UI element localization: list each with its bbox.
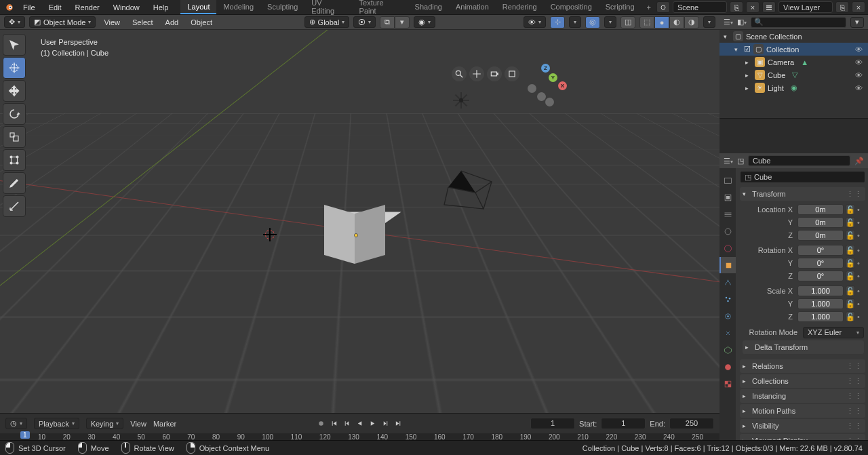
- panel-viewport-display[interactable]: ▸Viewport Display⋮⋮: [740, 434, 865, 440]
- interaction-mode-dropdown[interactable]: ◩ Object Mode ▾: [29, 16, 96, 28]
- proptab-modifiers[interactable]: [719, 274, 736, 290]
- workspace-tab-compositing[interactable]: Compositing: [544, 0, 599, 14]
- lock-rotation-z[interactable]: 🔓: [846, 271, 855, 281]
- orientation-dropdown[interactable]: ⊕ Global ▾: [304, 16, 350, 28]
- proptab-constraints[interactable]: [719, 325, 736, 341]
- timeline-ruler[interactable]: 1 10 20 30 40 50 60 70 80 90 100 110 120…: [0, 433, 719, 440]
- tool-annotate[interactable]: [3, 172, 26, 194]
- proptab-scene[interactable]: [719, 223, 736, 239]
- axis-y-icon[interactable]: Y: [549, 73, 557, 82]
- viewlayer-delete-button[interactable]: ×: [852, 1, 865, 13]
- scene-name-field[interactable]: Scene: [673, 1, 727, 13]
- properties-object-name[interactable]: Cube: [748, 155, 850, 166]
- menu-window[interactable]: Window: [106, 0, 146, 14]
- play-button[interactable]: [368, 418, 378, 429]
- timeline-playback-dropdown[interactable]: Playback▾: [34, 418, 79, 429]
- snap-toggle[interactable]: ⧉: [380, 16, 395, 28]
- tool-move[interactable]: [3, 80, 26, 102]
- camera-view-button[interactable]: [487, 66, 502, 81]
- gizmo-options[interactable]: ▾: [569, 16, 581, 28]
- lock-scale-y[interactable]: 🔓: [846, 298, 855, 309]
- editor-type-dropdown[interactable]: ✥▾: [4, 16, 25, 28]
- shading-wireframe[interactable]: ⬚: [639, 16, 654, 28]
- menu-edit[interactable]: Edit: [42, 0, 68, 14]
- jump-start-button[interactable]: [329, 418, 340, 429]
- autokey-toggle[interactable]: [316, 418, 327, 429]
- lock-scale-x[interactable]: 🔓: [846, 285, 855, 296]
- proptab-world[interactable]: [719, 240, 736, 256]
- lock-location-x[interactable]: 🔓: [846, 204, 855, 215]
- field-scale-z[interactable]: 1.000: [797, 311, 844, 322]
- workspace-tab-animation[interactable]: Animation: [449, 0, 496, 14]
- panel-delta-transform[interactable]: ▸Delta Transform: [743, 340, 864, 354]
- viewport-menu-select[interactable]: Select: [128, 18, 157, 26]
- field-rotation-x[interactable]: 0°: [797, 245, 844, 256]
- proptab-physics[interactable]: [719, 308, 736, 324]
- viewport-menu-view[interactable]: View: [100, 18, 124, 26]
- pan-button[interactable]: [469, 66, 484, 81]
- workspace-tab-texturepaint[interactable]: Texture Paint: [353, 0, 408, 14]
- workspace-tab-sculpting[interactable]: Sculpting: [260, 0, 304, 14]
- outliner-item-cube[interactable]: ▸▽ Cube ▽ 👁: [719, 68, 868, 81]
- proptab-output[interactable]: [719, 189, 736, 205]
- viewlayer-browse-icon[interactable]: [762, 1, 776, 13]
- workspace-tab-rendering[interactable]: Rendering: [496, 0, 544, 14]
- lock-location-z[interactable]: 🔓: [846, 230, 855, 241]
- panel-relations[interactable]: ▸Relations⋮⋮: [740, 359, 865, 373]
- tool-rotate[interactable]: [3, 103, 26, 125]
- tool-select-box[interactable]: [3, 34, 26, 56]
- axis-z-icon[interactable]: Z: [541, 64, 550, 73]
- outliner-editor-type[interactable]: ☰▾: [724, 18, 733, 26]
- outliner-collection[interactable]: ▾☑▢ Collection 👁: [719, 43, 868, 56]
- outliner-filter-button[interactable]: ▾: [850, 17, 864, 28]
- lock-scale-z[interactable]: 🔓: [846, 311, 855, 322]
- lock-location-y[interactable]: 🔓: [846, 217, 855, 228]
- outliner-item-light[interactable]: ▸☀ Light ◉ 👁: [719, 81, 868, 94]
- end-frame-field[interactable]: 250: [669, 418, 714, 429]
- menu-file[interactable]: File: [16, 0, 42, 14]
- overlays-toggle[interactable]: ◎: [585, 16, 600, 28]
- object-name-field[interactable]: ◳Cube: [740, 171, 865, 183]
- proptab-render[interactable]: [719, 172, 736, 189]
- gizmo-toggle[interactable]: ⊹: [550, 16, 565, 28]
- panel-visibility[interactable]: ▸Visibility⋮⋮: [740, 419, 865, 433]
- proptab-texture[interactable]: [719, 376, 736, 392]
- visibility-toggle-icon[interactable]: 👁: [855, 45, 863, 54]
- current-frame-field[interactable]: 1: [530, 418, 575, 429]
- timeline-view-menu[interactable]: View: [130, 420, 146, 428]
- field-rotation-y[interactable]: 0°: [797, 258, 844, 269]
- outliner-scene-collection[interactable]: ▾▢ Scene Collection: [719, 30, 868, 43]
- visibility-toggle-icon[interactable]: 👁: [855, 71, 863, 79]
- viewlayer-name-field[interactable]: View Layer: [778, 1, 833, 13]
- pivot-dropdown[interactable]: ⦿▾: [353, 16, 376, 28]
- axis-neg-z-icon[interactable]: [545, 98, 554, 106]
- proptab-material[interactable]: [719, 359, 736, 375]
- visibility-toggle-icon[interactable]: 👁: [855, 84, 863, 92]
- scene-browse-icon[interactable]: [656, 1, 670, 13]
- properties-editor-type[interactable]: ☰▾: [724, 157, 733, 165]
- field-rotation-z[interactable]: 0°: [797, 271, 844, 281]
- pin-icon[interactable]: 📌: [854, 157, 864, 165]
- camera-object[interactable]: [444, 170, 498, 212]
- proptab-viewlayer[interactable]: [719, 206, 736, 222]
- overlays-options[interactable]: ▾: [604, 16, 616, 28]
- shading-options[interactable]: ▾: [703, 16, 715, 28]
- 3d-viewport[interactable]: User Perspective (1) Collection | Cube Z…: [0, 30, 719, 413]
- viewport-menu-object[interactable]: Object: [186, 18, 216, 26]
- proportional-edit-dropdown[interactable]: ◉▾: [414, 16, 435, 28]
- field-location-z[interactable]: 0m: [797, 230, 844, 241]
- lock-rotation-y[interactable]: 🔓: [846, 258, 855, 269]
- proptab-object[interactable]: [719, 257, 736, 273]
- panel-motion-paths[interactable]: ▸Motion Paths⋮⋮: [740, 404, 865, 418]
- field-location-y[interactable]: 0m: [797, 217, 844, 228]
- timeline-editor-type[interactable]: ◷▾: [5, 418, 27, 429]
- play-reverse-button[interactable]: [355, 418, 366, 429]
- tool-measure[interactable]: [3, 195, 26, 217]
- workspace-tab-scripting[interactable]: Scripting: [599, 0, 642, 14]
- panel-transform-header[interactable]: ▾Transform⋮⋮: [740, 187, 865, 201]
- scene-new-button[interactable]: ⎘: [730, 1, 743, 13]
- outliner-display-mode[interactable]: ◧▾: [737, 18, 747, 26]
- object-data-browse[interactable]: ◳: [737, 157, 744, 165]
- zoom-button[interactable]: [452, 66, 467, 81]
- start-frame-field[interactable]: 1: [601, 418, 646, 429]
